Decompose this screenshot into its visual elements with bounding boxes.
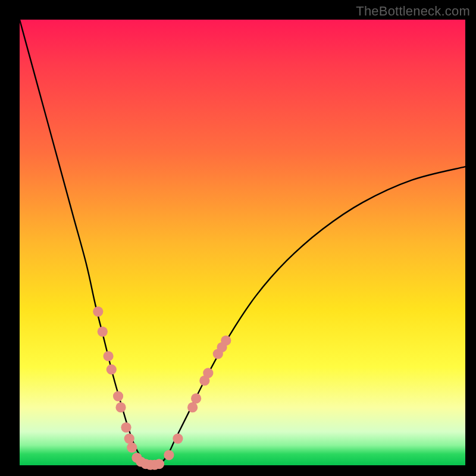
highlight-dot [173,433,183,443]
chart-stage: TheBottleneck.com [0,0,476,476]
highlight-dot [164,450,174,460]
highlight-dot [121,422,131,433]
bottleneck-curve [20,20,465,466]
highlight-dot [154,459,164,469]
watermark-text: TheBottleneck.com [356,4,470,19]
highlight-dot [98,327,108,337]
highlight-dot [221,336,231,346]
highlight-dots-group [93,306,231,470]
highlight-dot [93,306,103,317]
highlight-dot [103,351,113,361]
highlight-dot [191,393,201,403]
highlight-dot [187,402,198,412]
highlight-dot [115,402,126,412]
chart-overlay [20,20,465,465]
highlight-dot [124,433,134,443]
highlight-dot [107,364,117,374]
highlight-dot [113,391,123,401]
highlight-dot [127,442,137,452]
highlight-dot [203,368,213,378]
